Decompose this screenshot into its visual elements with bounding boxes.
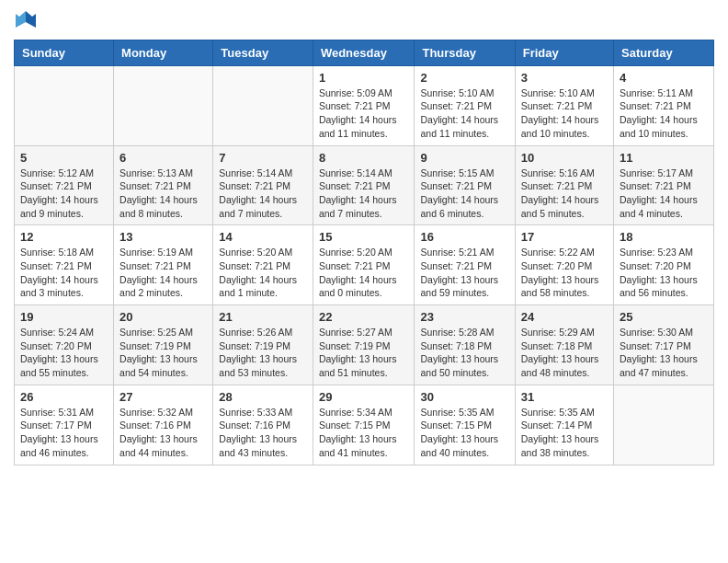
weekday-header-tuesday: Tuesday: [213, 40, 313, 65]
day-cell-4: 4Sunrise: 5:11 AM Sunset: 7:21 PM Daylig…: [614, 65, 714, 145]
day-info: Sunrise: 5:32 AM Sunset: 7:16 PM Dayligh…: [119, 406, 207, 460]
day-cell-7: 7Sunrise: 5:14 AM Sunset: 7:21 PM Daylig…: [213, 145, 313, 225]
day-number: 25: [620, 310, 708, 324]
day-cell-30: 30Sunrise: 5:35 AM Sunset: 7:15 PM Dayli…: [415, 385, 515, 465]
day-number: 16: [420, 230, 508, 244]
day-number: 21: [219, 310, 307, 324]
weekday-header-monday: Monday: [114, 40, 213, 65]
day-number: 20: [119, 310, 207, 324]
day-info: Sunrise: 5:25 AM Sunset: 7:19 PM Dayligh…: [119, 326, 207, 380]
day-number: 6: [119, 151, 207, 165]
day-info: Sunrise: 5:19 AM Sunset: 7:21 PM Dayligh…: [119, 246, 207, 300]
day-number: 19: [20, 310, 108, 324]
day-number: 10: [521, 151, 608, 165]
day-cell-1: 1Sunrise: 5:09 AM Sunset: 7:21 PM Daylig…: [313, 65, 415, 145]
day-cell-20: 20Sunrise: 5:25 AM Sunset: 7:19 PM Dayli…: [114, 305, 213, 385]
week-row-3: 12Sunrise: 5:18 AM Sunset: 7:21 PM Dayli…: [15, 225, 714, 305]
day-info: Sunrise: 5:34 AM Sunset: 7:15 PM Dayligh…: [319, 406, 409, 460]
day-info: Sunrise: 5:09 AM Sunset: 7:21 PM Dayligh…: [319, 86, 409, 141]
day-info: Sunrise: 5:33 AM Sunset: 7:16 PM Dayligh…: [219, 406, 307, 460]
day-info: Sunrise: 5:23 AM Sunset: 7:20 PM Dayligh…: [620, 246, 708, 300]
day-cell-31: 31Sunrise: 5:35 AM Sunset: 7:14 PM Dayli…: [515, 385, 613, 465]
day-number: 1: [319, 71, 409, 85]
empty-cell: [15, 65, 114, 145]
day-cell-28: 28Sunrise: 5:33 AM Sunset: 7:16 PM Dayli…: [213, 385, 313, 465]
day-info: Sunrise: 5:22 AM Sunset: 7:20 PM Dayligh…: [521, 246, 608, 300]
day-number: 17: [521, 230, 608, 244]
weekday-header-thursday: Thursday: [415, 40, 515, 65]
calendar-table: SundayMondayTuesdayWednesdayThursdayFrid…: [14, 40, 714, 465]
day-number: 7: [219, 151, 307, 165]
day-cell-13: 13Sunrise: 5:19 AM Sunset: 7:21 PM Dayli…: [114, 225, 213, 305]
weekday-header-wednesday: Wednesday: [313, 40, 415, 65]
day-cell-16: 16Sunrise: 5:21 AM Sunset: 7:21 PM Dayli…: [415, 225, 515, 305]
day-info: Sunrise: 5:31 AM Sunset: 7:17 PM Dayligh…: [20, 406, 108, 460]
page-header: [14, 9, 714, 32]
day-cell-21: 21Sunrise: 5:26 AM Sunset: 7:19 PM Dayli…: [213, 305, 313, 385]
day-cell-22: 22Sunrise: 5:27 AM Sunset: 7:19 PM Dayli…: [313, 305, 415, 385]
day-number: 11: [620, 151, 708, 165]
day-number: 12: [20, 230, 108, 244]
day-info: Sunrise: 5:20 AM Sunset: 7:21 PM Dayligh…: [319, 246, 409, 300]
day-cell-19: 19Sunrise: 5:24 AM Sunset: 7:20 PM Dayli…: [15, 305, 114, 385]
day-number: 14: [219, 230, 307, 244]
day-info: Sunrise: 5:26 AM Sunset: 7:19 PM Dayligh…: [219, 326, 307, 380]
day-cell-14: 14Sunrise: 5:20 AM Sunset: 7:21 PM Dayli…: [213, 225, 313, 305]
day-number: 31: [521, 390, 608, 404]
day-number: 18: [620, 230, 708, 244]
day-number: 13: [119, 230, 207, 244]
day-cell-2: 2Sunrise: 5:10 AM Sunset: 7:21 PM Daylig…: [415, 65, 515, 145]
day-number: 26: [20, 390, 108, 404]
day-cell-27: 27Sunrise: 5:32 AM Sunset: 7:16 PM Dayli…: [114, 385, 213, 465]
day-info: Sunrise: 5:16 AM Sunset: 7:21 PM Dayligh…: [521, 167, 608, 221]
day-number: 5: [20, 151, 108, 165]
week-row-2: 5Sunrise: 5:12 AM Sunset: 7:21 PM Daylig…: [15, 145, 714, 225]
day-number: 29: [319, 390, 409, 404]
day-info: Sunrise: 5:30 AM Sunset: 7:17 PM Dayligh…: [620, 326, 708, 380]
day-info: Sunrise: 5:17 AM Sunset: 7:21 PM Dayligh…: [620, 167, 708, 221]
day-number: 3: [521, 71, 608, 85]
day-number: 28: [219, 390, 307, 404]
weekday-header-row: SundayMondayTuesdayWednesdayThursdayFrid…: [15, 40, 714, 65]
day-number: 22: [319, 310, 409, 324]
day-cell-23: 23Sunrise: 5:28 AM Sunset: 7:18 PM Dayli…: [415, 305, 515, 385]
day-number: 24: [521, 310, 608, 324]
day-info: Sunrise: 5:21 AM Sunset: 7:21 PM Dayligh…: [420, 246, 508, 300]
day-info: Sunrise: 5:14 AM Sunset: 7:21 PM Dayligh…: [319, 167, 409, 221]
day-cell-15: 15Sunrise: 5:20 AM Sunset: 7:21 PM Dayli…: [313, 225, 415, 305]
day-info: Sunrise: 5:12 AM Sunset: 7:21 PM Dayligh…: [20, 167, 108, 221]
day-cell-12: 12Sunrise: 5:18 AM Sunset: 7:21 PM Dayli…: [15, 225, 114, 305]
day-info: Sunrise: 5:10 AM Sunset: 7:21 PM Dayligh…: [420, 86, 508, 141]
day-cell-5: 5Sunrise: 5:12 AM Sunset: 7:21 PM Daylig…: [15, 145, 114, 225]
logo-icon: [16, 9, 36, 29]
day-cell-26: 26Sunrise: 5:31 AM Sunset: 7:17 PM Dayli…: [15, 385, 114, 465]
day-number: 2: [420, 71, 508, 85]
day-info: Sunrise: 5:10 AM Sunset: 7:21 PM Dayligh…: [521, 86, 608, 141]
day-cell-18: 18Sunrise: 5:23 AM Sunset: 7:20 PM Dayli…: [614, 225, 714, 305]
logo: [14, 9, 36, 32]
empty-cell: [114, 65, 213, 145]
day-info: Sunrise: 5:24 AM Sunset: 7:20 PM Dayligh…: [20, 326, 108, 380]
weekday-header-saturday: Saturday: [614, 40, 714, 65]
day-number: 4: [620, 71, 708, 85]
day-number: 27: [119, 390, 207, 404]
day-info: Sunrise: 5:27 AM Sunset: 7:19 PM Dayligh…: [319, 326, 409, 380]
day-cell-25: 25Sunrise: 5:30 AM Sunset: 7:17 PM Dayli…: [614, 305, 714, 385]
weekday-header-sunday: Sunday: [15, 40, 114, 65]
day-info: Sunrise: 5:14 AM Sunset: 7:21 PM Dayligh…: [219, 167, 307, 221]
week-row-5: 26Sunrise: 5:31 AM Sunset: 7:17 PM Dayli…: [15, 385, 714, 465]
weekday-header-friday: Friday: [515, 40, 613, 65]
day-cell-29: 29Sunrise: 5:34 AM Sunset: 7:15 PM Dayli…: [313, 385, 415, 465]
week-row-4: 19Sunrise: 5:24 AM Sunset: 7:20 PM Dayli…: [15, 305, 714, 385]
day-info: Sunrise: 5:35 AM Sunset: 7:15 PM Dayligh…: [420, 406, 508, 460]
day-number: 15: [319, 230, 409, 244]
day-number: 8: [319, 151, 409, 165]
day-info: Sunrise: 5:20 AM Sunset: 7:21 PM Dayligh…: [219, 246, 307, 300]
day-number: 30: [420, 390, 508, 404]
day-info: Sunrise: 5:15 AM Sunset: 7:21 PM Dayligh…: [420, 167, 508, 221]
day-cell-17: 17Sunrise: 5:22 AM Sunset: 7:20 PM Dayli…: [515, 225, 613, 305]
day-info: Sunrise: 5:11 AM Sunset: 7:21 PM Dayligh…: [620, 86, 708, 141]
day-info: Sunrise: 5:29 AM Sunset: 7:18 PM Dayligh…: [521, 326, 608, 380]
empty-cell: [614, 385, 714, 465]
day-info: Sunrise: 5:35 AM Sunset: 7:14 PM Dayligh…: [521, 406, 608, 460]
